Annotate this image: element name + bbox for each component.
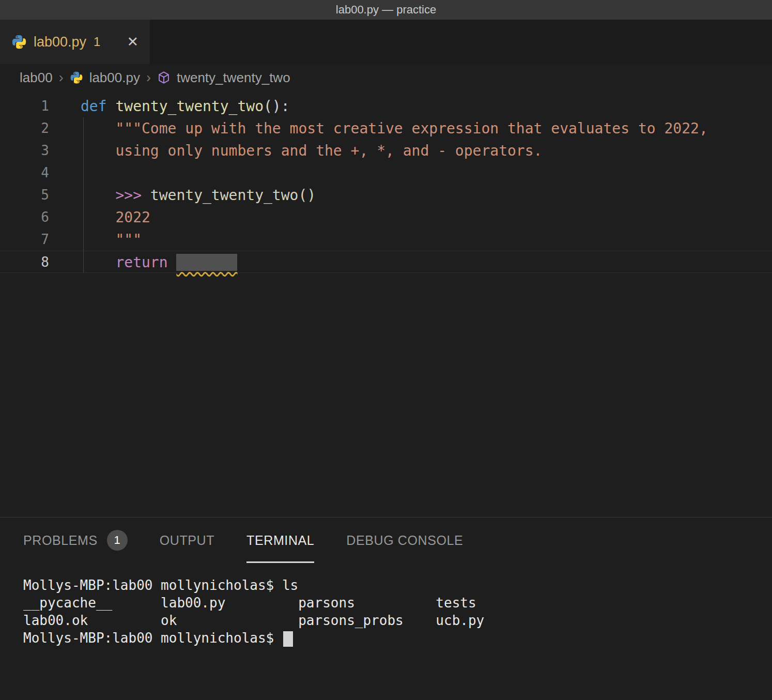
code-token: def <box>81 98 115 115</box>
tab-debug-console[interactable]: DEBUG CONSOLE <box>346 518 463 563</box>
terminal-line: Mollys-MBP:lab00 mollynicholas$ ls <box>23 576 772 594</box>
code-token: twenty_twenty_two() <box>150 187 316 204</box>
problems-count-badge: 1 <box>107 530 128 551</box>
code-editor[interactable]: 1def twenty_twenty_two():2 """Come up wi… <box>0 91 772 517</box>
line-content[interactable] <box>81 162 772 184</box>
line-number: 8 <box>0 251 49 272</box>
tab-problem-count: 1 <box>94 35 100 49</box>
line-content[interactable]: """Come up with the most creative expres… <box>81 117 772 140</box>
tab-label: DEBUG CONSOLE <box>346 533 463 548</box>
line-content[interactable]: 2022 <box>81 206 772 229</box>
breadcrumb-symbol[interactable]: twenty_twenty_two <box>177 70 290 86</box>
close-icon[interactable]: ✕ <box>127 34 138 50</box>
line-number: 5 <box>0 184 49 206</box>
line-content[interactable]: using only numbers and the +, *, and - o… <box>81 140 772 162</box>
code-token: """Come up with the most creative expres… <box>81 120 708 137</box>
breadcrumb-folder[interactable]: lab00 <box>20 70 53 86</box>
code-token: >>> <box>81 187 150 204</box>
terminal-prompt: Mollys-MBP:lab00 mollynicholas$ <box>23 630 282 646</box>
bottom-panel: PROBLEMS 1 OUTPUT TERMINAL DEBUG CONSOLE… <box>0 517 772 700</box>
terminal-line: __pycache__ lab00.py parsons tests <box>23 594 772 612</box>
tab-bar: lab00.py 1 ✕ <box>0 20 772 64</box>
code-line[interactable]: 5 >>> twenty_twenty_two() <box>0 184 772 206</box>
tab-label: PROBLEMS <box>23 533 98 548</box>
indent-guide-line <box>83 117 84 140</box>
code-line[interactable]: 4 <box>0 162 772 184</box>
code-lines: 1def twenty_twenty_two():2 """Come up wi… <box>0 95 772 273</box>
terminal-cursor <box>283 631 293 647</box>
line-number: 2 <box>0 117 49 140</box>
window-title: lab00.py — practice <box>336 3 436 17</box>
terminal-line: lab00.ok ok parsons_probs ucb.py <box>23 612 772 629</box>
tab-label: TERMINAL <box>246 533 314 548</box>
chevron-right-icon: › <box>59 70 64 86</box>
code-token: (): <box>264 98 290 115</box>
indent-guide-line <box>83 162 84 184</box>
tab-lab00-py[interactable]: lab00.py 1 ✕ <box>0 20 150 64</box>
terminal-prompt-line[interactable]: Mollys-MBP:lab00 mollynicholas$ <box>23 629 772 647</box>
breadcrumb: lab00 › lab00.py › twenty_twenty_two <box>0 64 772 91</box>
symbol-namespace-icon <box>157 71 171 84</box>
tab-terminal[interactable]: TERMINAL <box>246 518 314 563</box>
indent-guide-line <box>83 184 84 206</box>
indent-guide-line <box>83 206 84 229</box>
code-line[interactable]: 3 using only numbers and the +, *, and -… <box>0 140 772 162</box>
code-line[interactable]: 7 """ <box>0 229 772 251</box>
indent-guide-line <box>83 229 84 251</box>
warning-squiggle-selection <box>176 254 237 271</box>
tab-problems[interactable]: PROBLEMS 1 <box>23 518 128 563</box>
code-line[interactable]: 6 2022 <box>0 206 772 229</box>
line-content[interactable]: """ <box>81 229 772 251</box>
panel-tab-bar: PROBLEMS 1 OUTPUT TERMINAL DEBUG CONSOLE <box>0 518 772 563</box>
window-title-bar: lab00.py — practice <box>0 0 772 20</box>
python-icon <box>70 71 83 84</box>
terminal-output: Mollys-MBP:lab00 mollynicholas$ ls__pyca… <box>23 576 772 647</box>
terminal[interactable]: Mollys-MBP:lab00 mollynicholas$ ls__pyca… <box>0 563 772 647</box>
tab-filename: lab00.py <box>34 34 86 50</box>
code-line[interactable]: 1def twenty_twenty_two(): <box>0 95 772 117</box>
line-number: 7 <box>0 229 49 251</box>
breadcrumb-file[interactable]: lab00.py <box>89 70 140 86</box>
code-line[interactable]: 2 """Come up with the most creative expr… <box>0 117 772 140</box>
indent-guide-line <box>83 251 84 272</box>
code-token: twenty_twenty_two <box>115 98 264 115</box>
tab-label: OUTPUT <box>160 533 214 548</box>
line-number: 4 <box>0 162 49 184</box>
line-content[interactable]: def twenty_twenty_two(): <box>81 95 772 117</box>
tab-output[interactable]: OUTPUT <box>160 518 214 563</box>
line-number: 1 <box>0 95 49 117</box>
chevron-right-icon: › <box>146 70 151 86</box>
code-token: using only numbers and the +, *, and - o… <box>81 142 542 159</box>
line-content[interactable]: >>> twenty_twenty_two() <box>81 184 772 206</box>
line-number: 3 <box>0 140 49 162</box>
python-icon <box>11 34 27 50</box>
code-token: return <box>81 254 176 271</box>
code-token: """ <box>81 231 142 248</box>
line-number: 6 <box>0 206 49 229</box>
code-line[interactable]: 8 return <box>0 251 772 273</box>
line-content[interactable]: return <box>81 251 772 272</box>
code-token: 2022 <box>81 209 150 226</box>
indent-guide-line <box>83 140 84 162</box>
